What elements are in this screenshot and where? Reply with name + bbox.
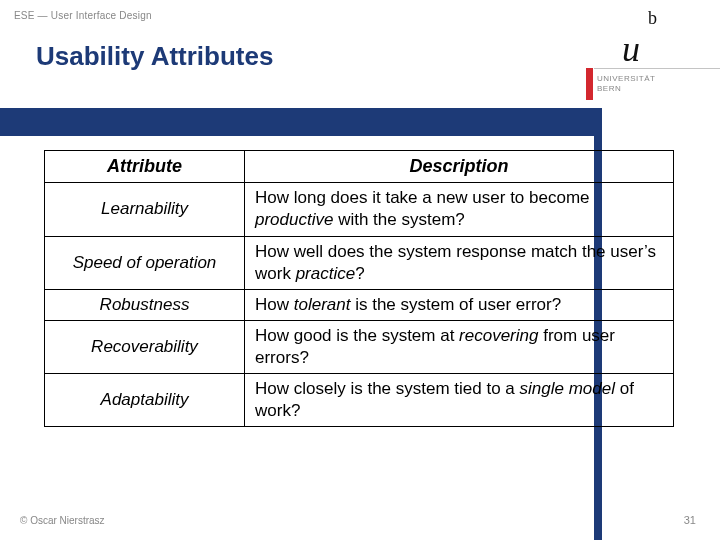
attr-cell: Adaptability — [45, 374, 245, 427]
table-row: Learnability How long does it take a new… — [45, 183, 674, 236]
attr-cell: Learnability — [45, 183, 245, 236]
desc-em: recovering — [459, 326, 538, 345]
logo-red-bar — [586, 68, 593, 100]
logo-university-text: UNIVERSITÄT BERN — [597, 74, 655, 94]
table-row: Adaptability How closely is the system t… — [45, 374, 674, 427]
desc-em: single model — [520, 379, 615, 398]
logo-line1: UNIVERSITÄT — [597, 74, 655, 83]
desc-pre: How — [255, 295, 294, 314]
header-attribute: Attribute — [45, 151, 245, 183]
university-logo: u b UNIVERSITÄT BERN — [594, 8, 690, 100]
attr-cell: Robustness — [45, 289, 245, 320]
logo-divider — [594, 68, 720, 69]
slide: ESE — User Interface Design Usability At… — [0, 0, 720, 540]
header-description: Description — [245, 151, 674, 183]
footer-copyright: © Oscar Nierstrasz — [20, 515, 105, 526]
page-number: 31 — [684, 514, 696, 526]
desc-post: with the system? — [333, 210, 464, 229]
desc-pre: How closely is the system tied to a — [255, 379, 520, 398]
logo-line2: BERN — [597, 84, 621, 93]
logo-u-glyph: u — [622, 28, 640, 70]
desc-post: is the system of user error? — [350, 295, 561, 314]
desc-cell: How well does the system response match … — [245, 236, 674, 289]
desc-pre: How good is the system at — [255, 326, 459, 345]
horizontal-band — [0, 108, 594, 136]
desc-cell: How good is the system at recovering fro… — [245, 320, 674, 373]
desc-pre: How long does it take a new user to beco… — [255, 188, 590, 207]
desc-cell: How tolerant is the system of user error… — [245, 289, 674, 320]
desc-em: tolerant — [294, 295, 351, 314]
table-header-row: Attribute Description — [45, 151, 674, 183]
table-row: Speed of operation How well does the sys… — [45, 236, 674, 289]
table-row: Robustness How tolerant is the system of… — [45, 289, 674, 320]
desc-em: practice — [296, 264, 356, 283]
attr-cell: Recoverability — [45, 320, 245, 373]
slide-content: Attribute Description Learnability How l… — [44, 150, 674, 427]
logo-b-glyph: b — [648, 8, 657, 29]
desc-cell: How closely is the system tied to a sing… — [245, 374, 674, 427]
attributes-table: Attribute Description Learnability How l… — [44, 150, 674, 427]
attr-cell: Speed of operation — [45, 236, 245, 289]
table-row: Recoverability How good is the system at… — [45, 320, 674, 373]
slide-header: ESE — User Interface Design Usability At… — [0, 0, 720, 110]
desc-cell: How long does it take a new user to beco… — [245, 183, 674, 236]
desc-post: ? — [355, 264, 364, 283]
desc-em: productive — [255, 210, 333, 229]
